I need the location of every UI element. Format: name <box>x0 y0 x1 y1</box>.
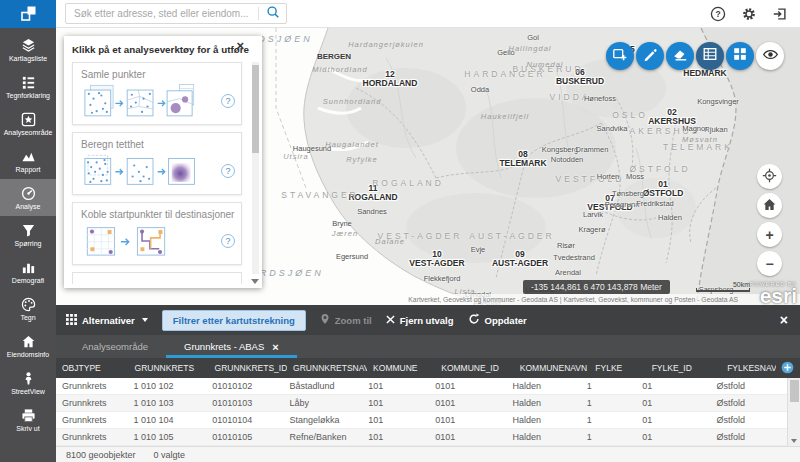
panel-scroll-down-icon[interactable] <box>251 279 259 284</box>
sidebar-item-label: Rapport <box>16 166 41 173</box>
tool-card-connect[interactable]: Koble startpunkter til destinasjoner <box>72 202 242 265</box>
table-scrollbar[interactable] <box>787 378 800 446</box>
eiendomsinfo-icon <box>21 334 36 349</box>
sidebar-item-sporring[interactable]: Spørring <box>0 216 56 253</box>
zoom-out-icon: − <box>765 257 773 271</box>
panel-title: Klikk på et analyseverktøy for å utføre <box>72 44 238 55</box>
aggregate-illustration <box>81 83 195 119</box>
draw-button[interactable] <box>636 42 664 70</box>
logo-icon <box>20 5 37 22</box>
clear-selection-button[interactable]: Fjern utvalg <box>386 315 454 326</box>
table-cell: 101 <box>362 398 429 408</box>
sidebar-item-label: Skriv ut <box>16 425 39 432</box>
panel-close-icon[interactable]: × <box>236 38 244 53</box>
feature-count: 8100 geoobjekter <box>66 450 136 460</box>
help-icon[interactable]: ? <box>710 6 726 22</box>
scale-bar: 50km <box>696 281 750 292</box>
draw-icon <box>642 46 658 66</box>
home-button[interactable] <box>757 193 782 218</box>
sidebar-item-skriv-ut[interactable]: Skriv ut <box>0 401 56 438</box>
sidebar-item-kartlagsliste[interactable]: Kartlagsliste <box>0 31 56 68</box>
search-button[interactable] <box>259 4 286 23</box>
column-header-kommune_id[interactable]: KOMMUNE_ID <box>435 363 514 373</box>
table-cell: Grunnkrets <box>56 432 127 442</box>
column-header-fylke_id[interactable]: FYLKE_ID <box>646 363 722 373</box>
app-logo[interactable] <box>0 0 56 28</box>
tool-card-density[interactable]: Beregn tetthet <box>72 132 242 195</box>
tool-card-aggregate[interactable]: Samle punkter <box>72 62 242 125</box>
tab-1[interactable]: Grunnkrets - ABAS <box>166 335 297 358</box>
sidebar-item-analyse[interactable]: Analyse <box>0 179 56 216</box>
table-row[interactable]: Grunnkrets1 010 10401010104Stangeløkka10… <box>56 412 800 429</box>
legend-icon <box>21 75 36 90</box>
table-footer: 8100 geoobjekter 0 valgte <box>56 446 800 462</box>
sidebar-item-tegnforklaring[interactable]: Tegnforklaring <box>0 68 56 105</box>
eraser-button[interactable] <box>666 42 694 70</box>
chevron-down-icon <box>142 318 148 322</box>
table-cell: Båstadlund <box>283 381 362 391</box>
plus-circle-icon <box>781 361 794 376</box>
map-zoom-controls: +− <box>757 164 782 276</box>
column-header-grunnkrets[interactable]: GRUNNKRETS <box>129 363 209 373</box>
column-header-kommune[interactable]: KOMMUNE <box>367 363 435 373</box>
sidebar-item-label: Kartlagsliste <box>9 55 47 62</box>
analysis-area-icon <box>21 112 36 127</box>
location-pin-icon <box>320 313 330 327</box>
zoom-out-button[interactable]: − <box>757 251 782 276</box>
analysis-tools-panel: × Klikk på et analyseverktøy for å utfør… <box>64 36 262 288</box>
sign-out-icon[interactable] <box>772 6 788 22</box>
column-header-grunnkrets_id[interactable]: GRUNNKRETS_ID <box>209 363 288 373</box>
zoom-to-button[interactable]: Zoom til <box>320 313 372 327</box>
visibility-button[interactable] <box>756 42 784 70</box>
table-cell: 1 010 105 <box>127 432 206 442</box>
search-input[interactable] <box>66 8 258 19</box>
grid-icon <box>66 314 77 327</box>
eye-icon <box>762 46 779 67</box>
column-header-grunnkretsnavn[interactable]: GRUNNKRETSNAVN <box>287 363 367 373</box>
gear-icon[interactable] <box>741 6 757 22</box>
help-icon[interactable] <box>221 234 235 248</box>
basemap-button[interactable] <box>726 42 754 70</box>
table-row[interactable]: Grunnkrets1 010 10201010102Båstadlund101… <box>56 378 800 395</box>
top-bar: ? <box>0 0 800 28</box>
refresh-button[interactable]: Oppdater <box>468 313 527 327</box>
sidebar-item-rapport[interactable]: Rapport <box>0 142 56 179</box>
panel-scrollbar[interactable] <box>252 62 259 274</box>
column-header-objtype[interactable]: OBJTYPE <box>56 363 129 373</box>
sidebar-item-label: Spørring <box>15 240 42 247</box>
sidebar-item-analyseomrade[interactable]: Analyseområde <box>0 105 56 142</box>
column-header-fylkesnavn[interactable]: FYLKESNAVN <box>721 363 776 373</box>
column-header-kommunenavn[interactable]: KOMMUNENAVN <box>514 363 590 373</box>
table-row[interactable]: Grunnkrets1 010 10501010105Refne/Banken1… <box>56 429 800 446</box>
coordinate-readout: -135 144,861 6 470 143,878 Meter <box>523 280 670 294</box>
close-panel-icon[interactable] <box>780 312 788 328</box>
tab-close-icon[interactable] <box>272 341 278 353</box>
zoom-in-button[interactable]: + <box>757 222 782 247</box>
tool-card-partial[interactable] <box>72 272 242 284</box>
tab-0[interactable]: Analyseområde <box>64 335 166 358</box>
add-data-button[interactable] <box>606 42 634 70</box>
sidebar-item-demografi[interactable]: Demografi <box>0 253 56 290</box>
map-canvas[interactable]: NORDSJØENNORDSJØENBERGEN12HORDALAND08TEL… <box>56 28 800 305</box>
sidebar-item-streetview[interactable]: StreetView <box>0 364 56 401</box>
tegn-icon <box>21 297 36 312</box>
table-cell: 1 <box>581 432 636 442</box>
locate-button[interactable] <box>757 164 782 189</box>
help-icon[interactable] <box>221 94 235 108</box>
sidebar-item-eiendomsinfo[interactable]: Eiendomsinfo <box>0 327 56 364</box>
add-column-button[interactable] <box>776 361 798 376</box>
alternativer-button[interactable]: Alternativer <box>66 314 148 327</box>
attribute-table-panel: Alternativer Filtrer etter kartutstrekni… <box>56 305 800 462</box>
table-row[interactable]: Grunnkrets1 010 10301010103Låby1010101Ha… <box>56 395 800 412</box>
filter-by-extent-button[interactable]: Filtrer etter kartutstrekning <box>162 310 306 331</box>
table-cell: 101 <box>362 381 429 391</box>
table-cell: 1 010 102 <box>127 381 206 391</box>
topbar-actions: ? <box>710 6 800 22</box>
table-cell: 01010103 <box>206 398 283 408</box>
column-header-fylke[interactable]: FYLKE <box>589 363 645 373</box>
table-cell: 101 <box>362 432 429 442</box>
attribute-table-button[interactable] <box>696 42 724 70</box>
svg-text:?: ? <box>715 9 720 19</box>
sidebar-item-tegn[interactable]: Tegn <box>0 290 56 327</box>
help-icon[interactable] <box>221 164 235 178</box>
